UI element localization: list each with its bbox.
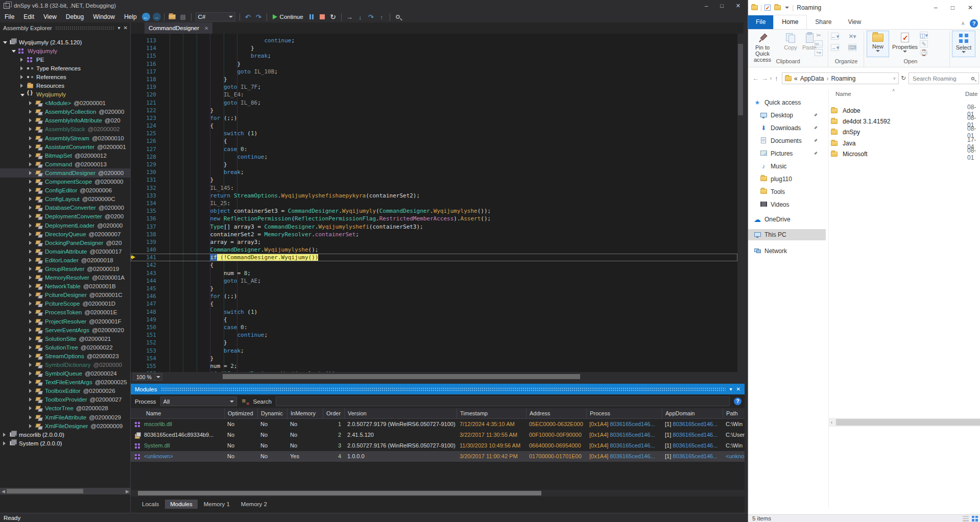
tree-item-command[interactable]: Command@02000013 [0, 160, 131, 168]
chevron-down-icon[interactable]: ▾ [730, 386, 732, 392]
expand-icon[interactable] [29, 110, 32, 114]
tree-item-wyqijumyly[interactable]: { }Wyqijumyly [0, 90, 131, 99]
new-folder-button[interactable]: New [867, 31, 889, 57]
scrollbar-thumb[interactable] [138, 491, 541, 495]
scrollbar-thumb[interactable] [738, 44, 743, 115]
expand-icon[interactable] [3, 433, 6, 437]
tab-share[interactable]: Share [807, 15, 840, 29]
expand-icon[interactable] [29, 397, 32, 402]
sidebar-item-music[interactable]: ♪Music [748, 161, 826, 172]
code-editor[interactable]: 113 continue;114 }115 break;116 }117 got… [131, 34, 737, 372]
tree-item-assistantconverter[interactable]: AssistantConverter@0200001 [0, 142, 131, 151]
tree-item-projectresolver[interactable]: ProjectResolver@0200001F [0, 317, 131, 326]
thumbnails-view-icon[interactable] [972, 516, 978, 521]
tree-item-domainattribute[interactable]: DomainAttribute@02000017 [0, 247, 131, 256]
maximize-icon[interactable]: □ [720, 3, 724, 9]
tree-item-symbolqueue[interactable]: SymbolQueue@02000024 [0, 369, 131, 378]
breadcrumb-appdata[interactable]: AppData [800, 75, 824, 82]
tree-item-databaseconverter[interactable]: DatabaseConverter@020000 [0, 204, 131, 212]
tree-item-toolboxeditor[interactable]: ToolboxEditor@02000026 [0, 387, 131, 395]
tab-close-icon[interactable]: ✕ [204, 26, 208, 31]
tree-item-componentscope[interactable]: ComponentScope@0200000 [0, 178, 131, 186]
address-dropdown-icon[interactable]: ˅ [893, 76, 896, 81]
module-row-mscorlib-dll[interactable]: mscorlib.dllNoNoNo12.0.50727.9179 (WinRe… [131, 419, 745, 430]
tree-item-solutiontree[interactable]: SolutionTree@02000022 [0, 343, 131, 352]
expand-icon[interactable] [29, 223, 32, 228]
history-icon[interactable]: ⌚ [920, 49, 928, 56]
dock-tab-memory-2[interactable]: Memory 2 [236, 500, 272, 509]
expand-icon[interactable] [29, 118, 32, 122]
redo-icon[interactable]: ↷ [254, 12, 264, 21]
file-row-microsoft[interactable]: Microsoft08-01 [831, 149, 979, 160]
tree-item-vectortree[interactable]: VectorTree@02000028 [0, 404, 131, 413]
tree-item-assemblystream[interactable]: AssemblyStream@02000010 [0, 134, 131, 142]
module-row--unknown-[interactable]: <unknown>NoNoYes41.0.0.03/20/2017 11:00:… [131, 451, 745, 462]
file-row-java[interactable]: Java17-04 [831, 138, 979, 148]
column-version[interactable]: Version [344, 408, 457, 418]
sidebar-item-plug110[interactable]: plug110 [748, 173, 826, 185]
editor-vertical-scrollbar[interactable] [737, 34, 744, 372]
expand-icon[interactable] [29, 276, 32, 280]
continue-button[interactable]: Continue [270, 14, 306, 20]
scrollbar-thumb[interactable] [7, 489, 83, 493]
tree-item-configlayout[interactable]: ConfigLayout@0200000C [0, 195, 131, 204]
open-icon[interactable]: ◫▾ [920, 32, 928, 39]
modules-table-header[interactable]: NameOptimizedDynamicInMemoryOrderVersion… [131, 408, 745, 419]
close-icon[interactable]: ✕ [736, 3, 740, 9]
edit-icon[interactable]: ✎ [920, 40, 928, 47]
expand-icon[interactable] [29, 345, 32, 350]
stop-icon[interactable] [318, 12, 327, 21]
paste-shortcut-icon[interactable]: ↪ [815, 49, 823, 56]
column-path[interactable]: Path [723, 408, 745, 418]
menu-view[interactable]: View [39, 12, 61, 21]
quick-access-newfolder-icon[interactable] [774, 5, 781, 10]
tree-item-mscorlib-2-0-0-0-[interactable]: mscorlib (2.0.0.0) [0, 430, 131, 439]
column-dynamic[interactable]: Dynamic [257, 408, 287, 418]
expand-icon[interactable] [29, 302, 32, 306]
column-name[interactable]: Name [131, 408, 224, 418]
tree-item-toolboxprovider[interactable]: ToolboxProvider@02000027 [0, 395, 131, 404]
search-icon[interactable] [393, 12, 403, 21]
up-icon[interactable]: ↑ [775, 74, 778, 82]
expand-icon[interactable] [29, 180, 32, 184]
undo-icon[interactable]: ↶ [243, 12, 253, 21]
expand-icon[interactable] [29, 136, 32, 140]
process-combobox[interactable]: All [160, 396, 237, 406]
tree-item-pe[interactable]: PE [0, 55, 131, 64]
expand-icon[interactable] [20, 66, 23, 70]
address-bar[interactable]: « AppData › Roaming ˅ [782, 72, 899, 84]
expand-icon[interactable] [29, 188, 32, 192]
forward-icon[interactable]: → [761, 74, 768, 82]
tree-item-networktable[interactable]: NetworkTable@0200001B [0, 282, 131, 291]
column-inmemory[interactable]: InMemory [287, 408, 323, 418]
files-horizontal-scrollbar[interactable]: ‹ [828, 418, 980, 427]
show-next-statement-icon[interactable]: → [345, 12, 354, 21]
expand-icon[interactable] [29, 389, 32, 393]
module-row-system-dll[interactable]: System.dllNoNoNo32.0.50727.9176 (WinRelR… [131, 440, 745, 451]
expand-icon[interactable] [29, 415, 32, 419]
column-appdomain[interactable]: AppDomain [662, 408, 723, 418]
minimize-icon[interactable]: – [934, 4, 938, 11]
minimize-icon[interactable]: – [705, 3, 708, 9]
clear-filter-icon[interactable] [241, 397, 249, 406]
column-optimized[interactable]: Optimized [224, 408, 257, 418]
explorer-titlebar[interactable]: | ✓ | Roaming – □ ✕ [748, 0, 980, 15]
expand-icon[interactable] [29, 197, 32, 201]
expand-icon[interactable] [29, 293, 32, 297]
scrollbar-thumb[interactable] [836, 419, 980, 426]
file-row-dnspy[interactable]: dnSpy08-01 [831, 127, 979, 138]
menu-edit[interactable]: Edit [19, 12, 39, 21]
expand-icon[interactable] [29, 127, 32, 131]
column-date[interactable]: Date [965, 91, 977, 97]
delete-icon[interactable]: ✕▾ [848, 33, 856, 40]
search-input[interactable]: Search Roaming [909, 72, 979, 84]
tree-item-configeditor[interactable]: ConfigEditor@02000006 [0, 186, 131, 195]
expand-icon[interactable] [29, 363, 32, 367]
tree-item-servereventargs[interactable]: ServerEventArgs@02000020 [0, 326, 131, 334]
tree-item-references[interactable]: References [0, 72, 131, 81]
tab-commanddesigner[interactable]: CommandDesigner ✕ [145, 22, 212, 34]
column-timestamp[interactable]: Timestamp [457, 408, 526, 418]
file-row-de4dot-3-1-41592[interactable]: de4dot 3.1.4159208-01 [831, 116, 979, 127]
expand-icon[interactable] [29, 171, 32, 175]
zoom-dropdown-icon[interactable] [155, 373, 162, 381]
